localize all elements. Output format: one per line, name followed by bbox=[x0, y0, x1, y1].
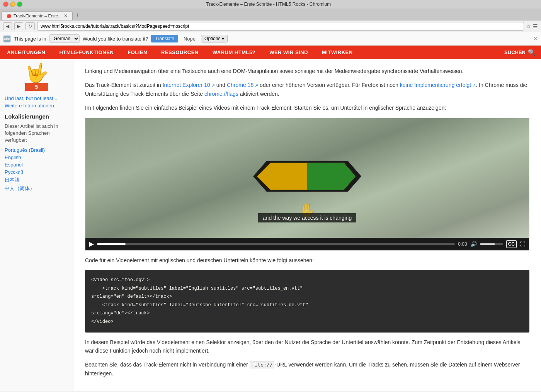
progress-bar[interactable] bbox=[97, 243, 455, 245]
file-url-code: file:// bbox=[250, 361, 275, 368]
sidebar-lang-pt[interactable]: Português (Brasil) bbox=[5, 147, 68, 153]
sidebar-lang-ja[interactable]: 日本語 bbox=[5, 176, 68, 183]
link-firefox-no-impl[interactable]: keine Implementierung erfolgt bbox=[400, 82, 476, 88]
link-chrome-flags[interactable]: chrome://flags bbox=[204, 91, 238, 97]
translate-button[interactable]: Translate bbox=[151, 35, 178, 42]
content-para2: Das Track-Element ist zurzeit in Interne… bbox=[85, 81, 529, 98]
minimize-window-button[interactable] bbox=[10, 2, 15, 7]
code-line-1: <video src="foo.ogv"> bbox=[91, 276, 523, 285]
maximize-window-button[interactable] bbox=[17, 2, 22, 7]
translate-options-button[interactable]: Options ▾ bbox=[201, 35, 228, 42]
nav-item-werwirsind[interactable]: WER WIR SIND bbox=[262, 46, 315, 59]
content-para4: Code für ein Videoelement mit englischen… bbox=[85, 256, 529, 265]
fullscreen-button[interactable]: ⛶ bbox=[520, 241, 525, 247]
content-para3: Im Folgenden finden Sie ein einfaches Be… bbox=[85, 104, 529, 112]
code-block: <video src="foo.ogv"> <track kind="subti… bbox=[85, 270, 529, 333]
translate-close-button[interactable]: ✕ bbox=[533, 35, 538, 42]
language-select[interactable]: German English French bbox=[49, 34, 80, 43]
para6-prefix: Beachten Sie, dass das Track-Element nic… bbox=[85, 361, 250, 368]
sidebar-lang-zh[interactable]: 中文（简体） bbox=[5, 185, 68, 192]
new-tab-button[interactable]: + bbox=[73, 10, 82, 20]
progress-fill bbox=[97, 243, 126, 245]
translate-icon: 🔤 bbox=[3, 35, 11, 42]
video-controls[interactable]: ▶ 0:03 🔊 CC ⛶ bbox=[85, 238, 529, 250]
sidebar-intro-text: Dieser Artikel ist auch in folgenden Spr… bbox=[5, 123, 68, 144]
link-chrome18[interactable]: Chrome 18 bbox=[227, 82, 258, 88]
sidebar-section-lokalisierungen: Lokalisierungen bbox=[5, 113, 68, 120]
para2-prefix: Das Track-Element ist zurzeit in bbox=[85, 82, 163, 88]
sidebar-lang-en[interactable]: English bbox=[5, 154, 68, 160]
tab-label: Track-Elemente – Erste... bbox=[14, 14, 61, 18]
para2-end: aktiviert werden. bbox=[238, 91, 279, 97]
translate-page-is-in: This page is in bbox=[14, 36, 46, 42]
nav-item-html5funktionen[interactable]: HTML5-FUNKTIONEN bbox=[52, 46, 121, 59]
menu-icon[interactable]: ☰ bbox=[533, 23, 538, 29]
video-container: ✋ and the way we access it is changing ▶… bbox=[85, 118, 529, 251]
code-line-5: srclang="de"></track> bbox=[91, 309, 523, 318]
sidebar-logo: 🤟 5 bbox=[5, 64, 68, 91]
page-layout: 🤟 5 Und last, but not least... Weitere I… bbox=[0, 59, 541, 391]
sidebar: 🤟 5 Und last, but not least... Weitere I… bbox=[0, 59, 73, 391]
link-ie10[interactable]: Internet Explorer 10 bbox=[163, 82, 215, 88]
video-frame: ✋ and the way we access it is changing bbox=[85, 118, 529, 238]
translate-question: Would you like to translate it? bbox=[83, 36, 148, 42]
volume-button[interactable]: 🔊 bbox=[470, 241, 477, 247]
play-button[interactable]: ▶ bbox=[89, 240, 94, 248]
para2-mid2: oder einer höheren Version verfügbar. Fü… bbox=[258, 82, 400, 88]
refresh-button[interactable]: ↻ bbox=[26, 22, 35, 30]
active-tab[interactable]: 🔴 Track-Elemente – Erste... ✕ bbox=[2, 11, 73, 20]
address-bar-icons: ☆ ☰ bbox=[526, 23, 538, 29]
tab-favicon: 🔴 bbox=[7, 14, 11, 18]
search-icon: 🔍 bbox=[528, 49, 536, 56]
close-window-button[interactable] bbox=[3, 2, 9, 7]
search-nav-label: SUCHEN bbox=[504, 49, 526, 55]
url-input[interactable] bbox=[37, 22, 524, 31]
translate-bar: 🔤 This page is in German English French … bbox=[0, 32, 541, 46]
tab-bar: 🔴 Track-Elemente – Erste... ✕ + bbox=[0, 8, 541, 20]
forward-button[interactable]: ▶ bbox=[14, 22, 23, 30]
content-para6: Beachten Sie, dass das Track-Element nic… bbox=[85, 360, 529, 378]
sidebar-lang-es[interactable]: Español bbox=[5, 162, 68, 168]
nav-item-folien[interactable]: FOLIEN bbox=[121, 46, 154, 59]
code-line-3: srclang="en" default></track> bbox=[91, 293, 523, 301]
bookmark-icon[interactable]: ☆ bbox=[526, 23, 531, 29]
address-bar: ◀ ▶ ↻ ☆ ☰ bbox=[0, 20, 541, 32]
content-para5: In diesem Beispiel würde das Videoelemen… bbox=[85, 338, 529, 355]
nav-item-mitwirken[interactable]: MITWIRKEN bbox=[315, 46, 360, 59]
video-subtitle: and the way we access it is changing bbox=[258, 213, 356, 222]
code-line-6: </video> bbox=[91, 318, 523, 326]
window-controls bbox=[3, 2, 22, 7]
window-title: Track-Elemente – Erste Schritte - HTML5 … bbox=[22, 2, 515, 7]
search-nav-button[interactable]: SUCHEN 🔍 bbox=[499, 49, 541, 56]
browser-chrome: Track-Elemente – Erste Schritte - HTML5 … bbox=[0, 0, 541, 46]
tab-close-button[interactable]: ✕ bbox=[64, 13, 68, 19]
code-line-4: <track kind="subtitles" label="Deutsche … bbox=[91, 301, 523, 310]
title-bar: Track-Elemente – Erste Schritte - HTML5 … bbox=[0, 0, 541, 8]
para2-mid: und bbox=[215, 82, 227, 88]
volume-slider[interactable] bbox=[480, 243, 503, 245]
nav-item-warumhtml5[interactable]: WARUM HTML5? bbox=[206, 46, 262, 59]
video-time: 0:03 bbox=[458, 241, 467, 247]
back-button[interactable]: ◀ bbox=[3, 22, 12, 30]
main-content: Linking und Mediennavigation über eine T… bbox=[73, 59, 541, 391]
content-para1: Linking und Mediennavigation über eine T… bbox=[85, 67, 529, 75]
cc-button[interactable]: CC bbox=[506, 240, 517, 248]
nav-items: ANLEITUNGEN HTML5-FUNKTIONEN FOLIEN RESS… bbox=[0, 46, 360, 59]
code-line-2: <track kind="subtitles" label="English s… bbox=[91, 285, 523, 293]
nav-item-ressourcen[interactable]: RESSOURCEN bbox=[154, 46, 206, 59]
sidebar-lang-ru[interactable]: Русский bbox=[5, 169, 68, 175]
nav-item-anleitungen[interactable]: ANLEITUNGEN bbox=[0, 46, 52, 59]
nope-button[interactable]: Nope bbox=[181, 35, 198, 42]
sidebar-link-und-last[interactable]: Und last, but not least... bbox=[5, 95, 68, 101]
sidebar-link-weitere[interactable]: Weitere Informationen bbox=[5, 103, 68, 109]
site-nav: ANLEITUNGEN HTML5-FUNKTIONEN FOLIEN RESS… bbox=[0, 46, 541, 59]
